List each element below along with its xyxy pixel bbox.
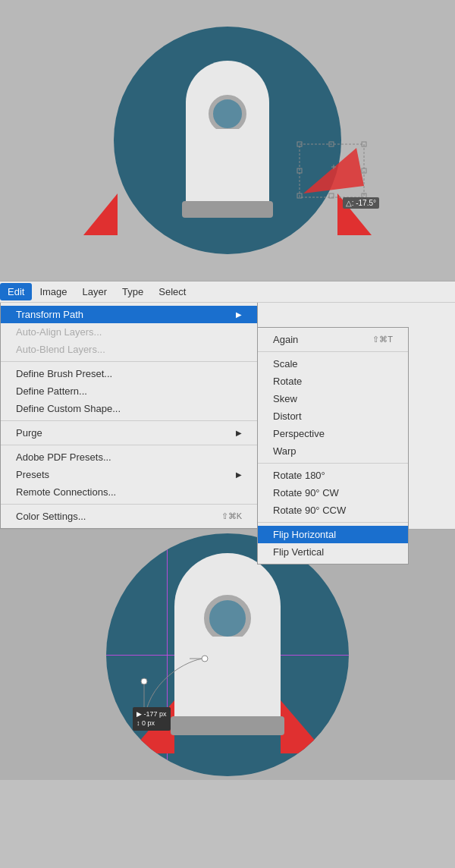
fin-right-bottom (281, 700, 326, 753)
info-badge-bottom: ▶ -177 px ↕ 0 px (133, 707, 171, 731)
canvas-bottom: ▶ -177 px ↕ 0 px (0, 530, 455, 780)
fin-left-top (83, 193, 118, 235)
sub-sep-3 (258, 522, 408, 523)
separator-1 (1, 361, 257, 362)
separator-4 (1, 504, 257, 505)
menu-item-presets[interactable]: Presets ▶ (1, 466, 257, 483)
menu-bar-select[interactable]: Select (151, 283, 193, 300)
submenu-distort[interactable]: Distort (258, 407, 408, 425)
submenu-rotate[interactable]: Rotate (258, 373, 408, 390)
submenu-scale[interactable]: Scale (258, 355, 408, 373)
submenu-skew[interactable]: Skew (258, 390, 408, 407)
menu-item-adobe-pdf[interactable]: Adobe PDF Presets... (1, 448, 257, 466)
submenu-warp[interactable]: Warp (258, 442, 408, 460)
color-settings-shortcut: ⇧⌘K (221, 511, 242, 521)
again-shortcut: ⇧⌘T (372, 335, 393, 344)
menu-item-auto-align: Auto-Align Layers... (1, 323, 257, 341)
dropdown-container: Transform Path ▶ Auto-Align Layers... Au… (0, 303, 455, 529)
menu-area: Edit Image Layer Type Select Transform P… (0, 281, 455, 530)
menu-bar-layer[interactable]: Layer (75, 283, 115, 300)
menu-item-auto-blend: Auto-Blend Layers... (1, 341, 257, 358)
angle-badge: △: -17.5° (343, 197, 379, 209)
menu-item-define-pattern[interactable]: Define Pattern... (1, 382, 257, 400)
menu-right: Again ⇧⌘T Scale Rotate Skew Distort Pers… (257, 327, 409, 565)
menu-item-define-brush[interactable]: Define Brush Preset... (1, 365, 257, 382)
menu-item-define-custom[interactable]: Define Custom Shape... (1, 400, 257, 417)
menu-item-transform-path[interactable]: Transform Path ▶ (1, 306, 257, 323)
rocket-body-top (186, 61, 269, 212)
rocket-base-top (182, 201, 273, 218)
menu-item-color-settings[interactable]: Color Settings... ⇧⌘K (1, 508, 257, 525)
arrow-icon: ▶ (236, 310, 242, 319)
submenu-flip-v[interactable]: Flip Vertical (258, 543, 408, 561)
submenu-rotate180[interactable]: Rotate 180° (258, 467, 408, 484)
purge-arrow-icon: ▶ (236, 429, 242, 437)
separator-3 (1, 445, 257, 445)
rocket-circle-top: △: -17.5° (114, 27, 341, 254)
menu-bar-type[interactable]: Type (115, 283, 151, 300)
transform-shape (296, 133, 356, 193)
menu-item-remote[interactable]: Remote Connections... (1, 483, 257, 501)
sub-sep-1 (258, 351, 408, 352)
svg-point-15 (202, 656, 208, 662)
menu-item-purge[interactable]: Purge ▶ (1, 424, 257, 442)
rocket-window-bottom (204, 595, 251, 642)
separator-2 (1, 420, 257, 421)
submenu-perspective[interactable]: Perspective (258, 425, 408, 442)
presets-arrow-icon: ▶ (236, 470, 242, 479)
menu-left: Transform Path ▶ Auto-Align Layers... Au… (0, 303, 258, 529)
svg-point-14 (141, 678, 147, 684)
menu-bar-image[interactable]: Image (32, 283, 74, 300)
sub-sep-2 (258, 463, 408, 464)
menu-bar-edit[interactable]: Edit (0, 283, 32, 300)
submenu-rotate90ccw[interactable]: Rotate 90° CCW (258, 502, 408, 519)
rocket-circle-bottom: ▶ -177 px ↕ 0 px (106, 533, 349, 776)
submenu-again[interactable]: Again ⇧⌘T (258, 331, 408, 348)
canvas-top: △: -17.5° (0, 0, 455, 281)
rocket-main-top (186, 129, 269, 205)
menu-bar: Edit Image Layer Type Select (0, 281, 455, 303)
submenu-rotate90cw[interactable]: Rotate 90° CW (258, 484, 408, 502)
rocket-window-top (209, 95, 246, 133)
submenu-flip-h[interactable]: Flip Horizontal (258, 526, 408, 543)
